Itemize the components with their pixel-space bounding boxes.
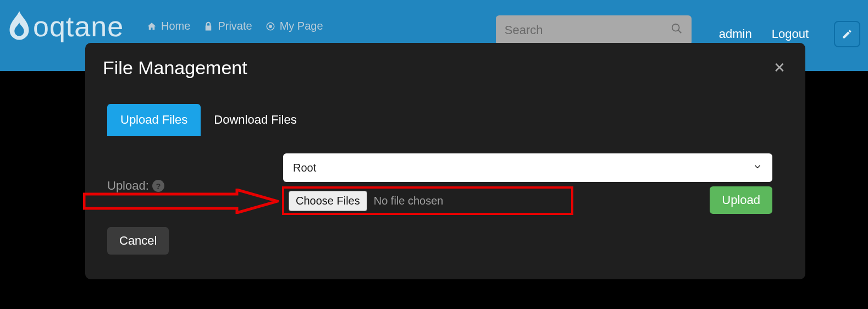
search-box[interactable]: Search — [496, 15, 692, 45]
app-logo: oqtane — [8, 10, 124, 43]
svg-point-2 — [672, 24, 679, 31]
file-input-status: No file chosen — [374, 195, 444, 207]
choose-files-button[interactable]: Choose Files — [289, 191, 367, 211]
lock-icon — [203, 21, 213, 31]
upload-field-label: Upload: ? — [107, 179, 164, 193]
modal-title: File Management — [103, 57, 247, 79]
file-input-group: Choose Files No file chosen — [282, 186, 573, 215]
search-icon — [671, 23, 683, 38]
username-link[interactable]: admin — [719, 27, 752, 41]
target-icon — [266, 21, 275, 31]
edit-page-button[interactable] — [834, 21, 860, 47]
nav-home[interactable]: Home — [147, 20, 190, 32]
chevron-down-icon — [753, 162, 762, 174]
modal-header: File Management ✕ — [103, 57, 788, 79]
svg-point-1 — [269, 25, 272, 28]
file-management-modal: File Management ✕ Upload Files Download … — [85, 43, 805, 279]
flame-icon — [8, 10, 31, 42]
close-button[interactable]: ✕ — [771, 60, 788, 76]
modal-tabs: Upload Files Download Files — [107, 104, 788, 136]
help-icon[interactable]: ? — [152, 180, 164, 192]
upload-label-text: Upload: — [107, 179, 149, 193]
nav-mypage[interactable]: My Page — [266, 20, 323, 32]
folder-select[interactable]: Root — [283, 153, 772, 182]
logout-link[interactable]: Logout — [772, 27, 809, 41]
logo-text: oqtane — [33, 10, 124, 43]
tab-upload-files[interactable]: Upload Files — [107, 104, 201, 136]
cancel-button[interactable]: Cancel — [107, 227, 169, 255]
close-icon: ✕ — [773, 59, 786, 76]
nav-private-label: Private — [218, 20, 252, 32]
nav-private[interactable]: Private — [203, 20, 252, 32]
svg-line-3 — [678, 30, 682, 34]
pencil-icon — [842, 29, 853, 40]
upload-button[interactable]: Upload — [710, 186, 772, 214]
nav-home-label: Home — [161, 20, 190, 32]
home-icon — [147, 21, 157, 31]
nav-mypage-label: My Page — [280, 20, 323, 32]
tab-download-files[interactable]: Download Files — [201, 104, 309, 136]
main-nav: Home Private My Page — [147, 20, 323, 32]
folder-select-value: Root — [293, 162, 316, 174]
search-placeholder: Search — [505, 23, 543, 37]
